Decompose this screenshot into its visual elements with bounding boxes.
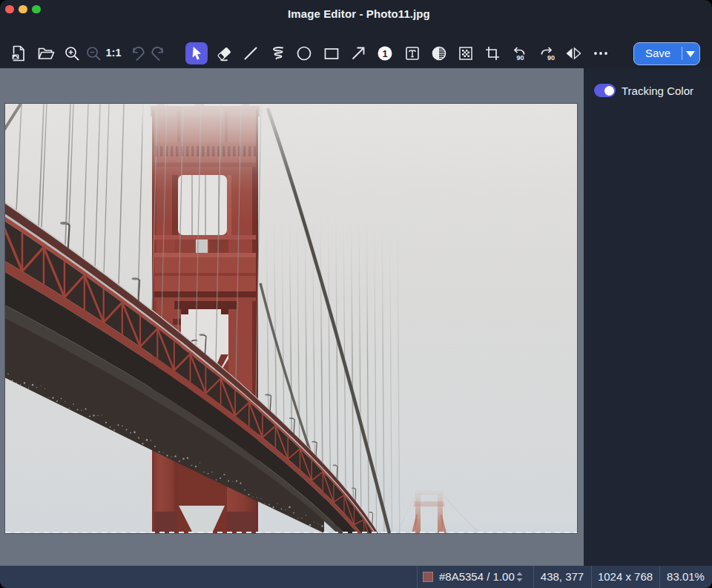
svg-text:90: 90: [517, 54, 524, 62]
svg-text:90: 90: [547, 54, 555, 62]
svg-text:1: 1: [382, 48, 387, 59]
